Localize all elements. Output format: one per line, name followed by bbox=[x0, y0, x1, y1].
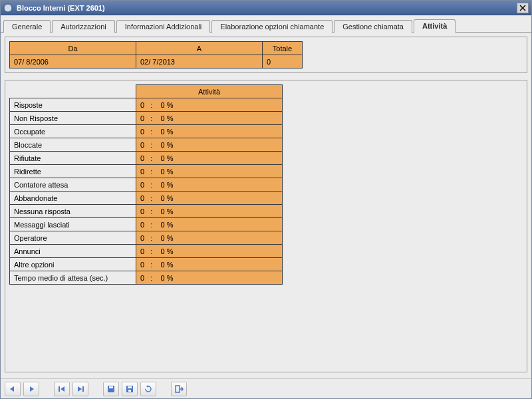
activity-row-value: 0 : 0 % bbox=[136, 258, 283, 271]
activity-row-value: 0 : 0 % bbox=[136, 205, 283, 218]
svg-rect-3 bbox=[59, 386, 60, 392]
tab-label: Attività bbox=[422, 22, 447, 30]
refresh-button[interactable] bbox=[140, 382, 156, 396]
tab-label: Elaborazione opzioni chiamante bbox=[220, 23, 324, 31]
value-from[interactable]: 07/ 8/2006 bbox=[10, 55, 136, 68]
activity-row-label: Tempo medio di attesa (sec.) bbox=[10, 271, 136, 285]
value-total: 0 bbox=[263, 55, 303, 68]
prev-button[interactable] bbox=[5, 382, 21, 396]
tab-bar: Generale Autorizzazioni Informazioni Add… bbox=[1, 15, 531, 33]
first-icon bbox=[57, 385, 66, 393]
activity-row-value: 0 : 0 % bbox=[136, 138, 283, 152]
activity-row-label: Nessuna risposta bbox=[10, 205, 136, 218]
activity-row-label: Bloccate bbox=[10, 138, 136, 152]
activity-header: Attività bbox=[136, 85, 283, 98]
arrow-left-icon bbox=[8, 385, 17, 393]
table-row: Occupate0 : 0 % bbox=[10, 125, 283, 138]
tab-info-addizionali[interactable]: Informazioni Addizionali bbox=[116, 20, 211, 33]
svg-rect-9 bbox=[128, 390, 131, 392]
arrow-right-icon bbox=[27, 385, 36, 393]
tab-gestione-chiamata[interactable]: Gestione chiamata bbox=[334, 20, 412, 33]
activity-row-label: Contatore attesa bbox=[10, 178, 136, 192]
activity-row-label: Risposte bbox=[10, 98, 136, 112]
save-button[interactable] bbox=[103, 382, 119, 396]
activity-panel: Attività Risposte0 : 0 %Non Risposte0 : … bbox=[5, 80, 527, 372]
table-row: Altre opzioni0 : 0 % bbox=[10, 258, 283, 271]
header-total: Totale bbox=[263, 42, 303, 55]
last-icon bbox=[76, 385, 85, 393]
table-row: Contatore attesa0 : 0 % bbox=[10, 178, 283, 192]
activity-row-label: Messaggi lasciati bbox=[10, 218, 136, 231]
refresh-icon bbox=[144, 385, 153, 393]
table-row: Bloccate0 : 0 % bbox=[10, 138, 283, 152]
activity-table: Attività Risposte0 : 0 %Non Risposte0 : … bbox=[9, 84, 283, 285]
exit-button[interactable] bbox=[171, 382, 187, 396]
activity-row-value: 0 : 0 % bbox=[136, 125, 283, 138]
activity-row-label: Ridirette bbox=[10, 165, 136, 178]
activity-row-label: Altre opzioni bbox=[10, 258, 136, 271]
tab-elaborazione-opzioni[interactable]: Elaborazione opzioni chiamante bbox=[211, 20, 332, 33]
titlebar: Blocco Interni (EXT 2601) bbox=[1, 1, 531, 15]
svg-point-0 bbox=[4, 4, 12, 12]
table-row: Nessuna risposta0 : 0 % bbox=[10, 205, 283, 218]
close-icon bbox=[519, 5, 526, 11]
tab-autorizzazioni[interactable]: Autorizzazioni bbox=[52, 20, 114, 33]
table-row: Rifiutate0 : 0 % bbox=[10, 152, 283, 165]
tab-generale[interactable]: Generale bbox=[3, 20, 51, 33]
svg-rect-10 bbox=[176, 386, 180, 392]
svg-rect-4 bbox=[82, 386, 84, 392]
activity-row-value: 0 : 0 % bbox=[136, 152, 283, 165]
activity-row-label: Rifiutate bbox=[10, 152, 136, 165]
close-button[interactable] bbox=[517, 3, 529, 13]
activity-empty-header bbox=[10, 85, 136, 98]
first-record-button[interactable] bbox=[54, 382, 70, 396]
date-range-panel: Da A Totale 07/ 8/2006 02/ 7/2013 0 bbox=[5, 37, 527, 73]
app-window: Blocco Interni (EXT 2601) Generale Autor… bbox=[0, 0, 532, 399]
app-icon bbox=[3, 3, 13, 13]
activity-row-label: Non Risposte bbox=[10, 112, 136, 125]
header-from: Da bbox=[10, 42, 136, 55]
tab-label: Generale bbox=[12, 23, 42, 31]
activity-row-label: Operatore bbox=[10, 231, 136, 245]
tab-label: Autorizzazioni bbox=[61, 23, 106, 31]
activity-row-label: Occupate bbox=[10, 125, 136, 138]
save-icon bbox=[106, 385, 116, 393]
tab-attivita[interactable]: Attività bbox=[414, 19, 456, 33]
activity-row-value: 0 : 0 % bbox=[136, 98, 283, 112]
tab-label: Gestione chiamata bbox=[342, 23, 404, 31]
table-row: Risposte0 : 0 % bbox=[10, 98, 283, 112]
date-range-table: Da A Totale 07/ 8/2006 02/ 7/2013 0 bbox=[9, 41, 303, 68]
bottom-toolbar bbox=[1, 378, 531, 398]
value-to[interactable]: 02/ 7/2013 bbox=[136, 55, 263, 68]
activity-row-value: 0 : 0 % bbox=[136, 218, 283, 231]
table-row: Annunci0 : 0 % bbox=[10, 245, 283, 258]
table-row: Messaggi lasciati0 : 0 % bbox=[10, 218, 283, 231]
activity-row-label: Annunci bbox=[10, 245, 136, 258]
last-record-button[interactable] bbox=[72, 382, 88, 396]
save-as-icon bbox=[125, 385, 134, 393]
exit-icon bbox=[174, 385, 184, 393]
table-row: Tempo medio di attesa (sec.)0 : 0 % bbox=[10, 271, 283, 285]
table-row: Operatore0 : 0 % bbox=[10, 231, 283, 245]
activity-row-value: 0 : 0 % bbox=[136, 178, 283, 192]
table-row: Abbandonate0 : 0 % bbox=[10, 192, 283, 205]
header-to: A bbox=[136, 42, 263, 55]
tab-label: Informazioni Addizionali bbox=[125, 23, 202, 31]
activity-row-value: 0 : 0 % bbox=[136, 192, 283, 205]
svg-rect-8 bbox=[128, 386, 132, 388]
activity-row-value: 0 : 0 % bbox=[136, 245, 283, 258]
table-row: Non Risposte0 : 0 % bbox=[10, 112, 283, 125]
next-button[interactable] bbox=[23, 382, 39, 396]
svg-rect-6 bbox=[109, 386, 113, 388]
activity-row-label: Abbandonate bbox=[10, 192, 136, 205]
save-as-button[interactable] bbox=[122, 382, 138, 396]
activity-row-value: 0 : 0 % bbox=[136, 271, 283, 285]
activity-row-value: 0 : 0 % bbox=[136, 112, 283, 125]
window-title: Blocco Interni (EXT 2601) bbox=[17, 4, 517, 12]
content-area: Da A Totale 07/ 8/2006 02/ 7/2013 0 Atti… bbox=[1, 33, 531, 378]
activity-row-value: 0 : 0 % bbox=[136, 231, 283, 245]
activity-row-value: 0 : 0 % bbox=[136, 165, 283, 178]
table-row: Ridirette0 : 0 % bbox=[10, 165, 283, 178]
